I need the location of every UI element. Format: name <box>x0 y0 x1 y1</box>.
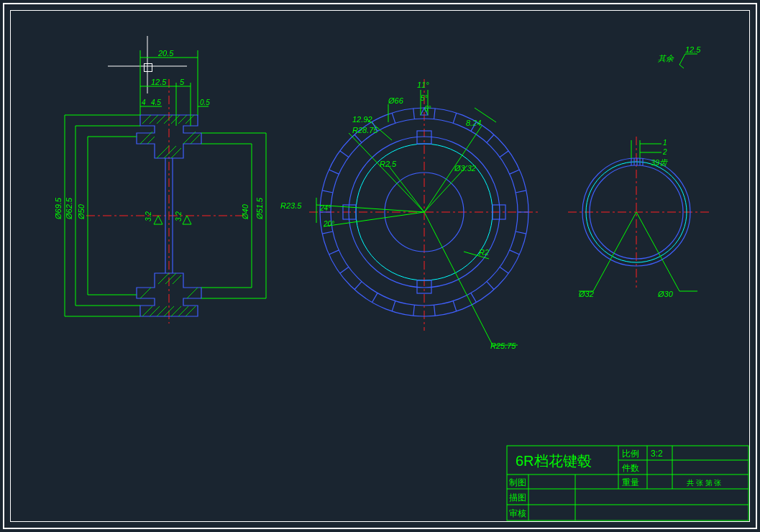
svg-line-94 <box>340 267 349 273</box>
tb-scale-label: 比例 <box>622 449 639 459</box>
dim-l1: 12.92 <box>352 115 372 124</box>
tb-part-name: 6R档花键毂 <box>516 453 592 469</box>
tb-traced: 描图 <box>509 492 526 503</box>
dim-teeth: 39齿 <box>651 158 668 167</box>
svg-line-6 <box>157 115 165 124</box>
dim-w2: 12.5 <box>151 78 167 86</box>
dim-w4: 4 <box>142 98 146 106</box>
title-block: 6R档花键毂 比例 3:2 件数 重量 制图 描图 审核 共 张 第 张 <box>507 446 750 522</box>
svg-line-92 <box>372 293 378 303</box>
svg-line-14 <box>191 134 200 144</box>
svg-line-26 <box>187 288 198 298</box>
tb-sheet-note: 共 张 第 张 <box>687 479 721 487</box>
dim-d1: Ø69.5 <box>54 197 63 220</box>
svg-line-105 <box>434 109 436 119</box>
dim-t1: 1 <box>663 139 667 147</box>
svg-line-29 <box>173 275 181 284</box>
tb-weight-label: 重量 <box>622 477 639 487</box>
svg-line-104 <box>413 109 415 119</box>
svg-line-8 <box>171 115 180 124</box>
svg-line-84 <box>510 250 520 254</box>
svg-line-74 <box>388 165 424 212</box>
svg-line-99 <box>329 170 339 174</box>
svg-line-103 <box>392 113 395 123</box>
sf-prefix: 其余 <box>658 54 674 63</box>
dim-r1: R28.75 <box>352 126 378 134</box>
svg-line-93 <box>354 282 362 290</box>
dim-t2: 2 <box>662 148 667 156</box>
svg-line-68 <box>316 205 424 212</box>
svg-line-90 <box>413 305 415 316</box>
dim-w5: 4.5 <box>151 98 161 106</box>
dim-d-outer: Ø66 <box>388 96 404 105</box>
dim-dsmall: Ø3.32 <box>454 164 476 173</box>
svg-line-88 <box>453 301 457 311</box>
dim-r4: R2.5 <box>380 160 397 168</box>
svg-line-16 <box>164 146 176 158</box>
tb-scale-value: 3:2 <box>651 449 663 459</box>
tb-qty-label: 件数 <box>622 463 639 473</box>
svg-line-12 <box>147 137 155 144</box>
sf-right: 3.2 <box>175 211 183 221</box>
left-view: Ø69.5 Ø62.5 Ø50 Ø40 Ø51.5 20.5 12.5 5 4 … <box>58 43 273 345</box>
right-view: 1 2 39齿 Ø32 Ø30 <box>568 129 726 331</box>
dim-w3: 5 <box>180 78 185 86</box>
dim-a3: 6° <box>424 105 431 113</box>
dim-r3: R25.75 <box>490 341 516 350</box>
svg-line-4 <box>142 115 151 124</box>
svg-line-25 <box>140 288 151 298</box>
dim-d2: Ø62.5 <box>65 197 73 220</box>
svg-line-96 <box>322 231 333 234</box>
svg-line-10 <box>186 115 194 124</box>
dim-a5: 20° <box>323 220 334 228</box>
dim-a2: 5° <box>421 94 428 102</box>
dim-d3: Ø50 <box>77 203 86 220</box>
svg-line-111 <box>516 191 526 193</box>
svg-line-89 <box>434 305 436 316</box>
dim-a4: 24° <box>319 204 331 212</box>
svg-line-9 <box>178 115 187 124</box>
dim-d4: Ø40 <box>241 203 249 220</box>
dim-w6: 0.5 <box>200 98 210 106</box>
svg-line-109 <box>500 151 508 157</box>
svg-line-106 <box>453 113 457 123</box>
dim-w1: 20.5 <box>157 49 174 58</box>
svg-line-7 <box>164 115 173 124</box>
cad-canvas: Ø69.5 Ø62.5 Ø50 Ø40 Ø51.5 20.5 12.5 5 4 … <box>0 0 760 532</box>
svg-line-110 <box>510 170 520 174</box>
svg-line-87 <box>471 293 477 303</box>
dim-r5: R2 <box>479 248 489 257</box>
svg-line-101 <box>354 134 362 142</box>
dim-rd1: Ø32 <box>578 290 594 298</box>
svg-line-85 <box>500 267 508 273</box>
tb-checked: 审核 <box>509 508 526 518</box>
surface-finish-note: 其余 12.5 <box>658 47 715 75</box>
dim-d5: Ø51.5 <box>255 197 264 220</box>
dim-r2: R23.5 <box>280 201 302 210</box>
middle-view: Ø66 11° 5° 6° 12.92 R28.75 8.24 Ø3.32 R2… <box>280 72 539 374</box>
svg-line-70 <box>324 212 424 226</box>
svg-line-100 <box>340 151 349 157</box>
svg-line-83 <box>516 231 526 234</box>
svg-line-108 <box>487 134 494 142</box>
svg-line-98 <box>322 191 333 193</box>
svg-line-5 <box>150 115 158 124</box>
svg-line-86 <box>487 282 494 290</box>
svg-line-15 <box>157 146 169 158</box>
sf-value: 12.5 <box>685 45 701 54</box>
dim-rd2: Ø30 <box>657 290 674 298</box>
svg-line-95 <box>329 250 339 254</box>
tb-drawn: 制图 <box>509 477 526 487</box>
svg-line-91 <box>392 301 395 311</box>
dim-a1: 11° <box>417 81 429 89</box>
sf-left: 3.2 <box>145 211 152 221</box>
